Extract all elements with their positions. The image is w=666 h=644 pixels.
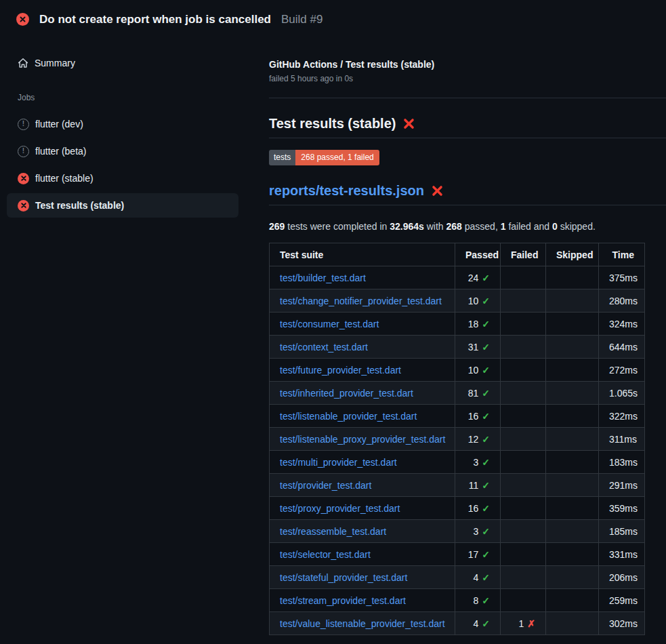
check-icon: ✓ xyxy=(482,388,490,399)
failed-x-icon xyxy=(402,117,415,130)
table-row: test/stateful_provider_test.dart4✓206ms xyxy=(270,566,645,589)
main-content: GitHub Actions / Test results (stable) f… xyxy=(269,39,666,635)
test-suite-link[interactable]: test/selector_test.dart xyxy=(280,549,371,560)
passed-count: 3 xyxy=(473,526,478,537)
failed-cell xyxy=(501,359,546,382)
x-glyph xyxy=(19,16,26,23)
sidebar-jobs: !flutter (dev)!flutter (beta)flutter (st… xyxy=(7,112,238,218)
time-cell: 272ms xyxy=(599,359,645,382)
test-suite-link[interactable]: test/listenable_provider_test.dart xyxy=(280,411,417,422)
table-row: test/context_test.dart31✓644ms xyxy=(270,336,645,359)
check-icon: ✓ xyxy=(482,434,490,445)
passed-cell: 8✓ xyxy=(455,589,501,612)
col-time: Time xyxy=(599,243,645,266)
skipped-cell xyxy=(546,336,599,359)
sidebar-item-label: Summary xyxy=(35,58,75,68)
failed-cell xyxy=(501,566,546,589)
passed-cell: 24✓ xyxy=(455,266,501,289)
test-suite-cell: test/selector_test.dart xyxy=(270,543,455,566)
test-suite-link[interactable]: test/listenable_proxy_provider_test.dart xyxy=(280,434,445,445)
test-suite-link[interactable]: test/proxy_provider_test.dart xyxy=(280,503,400,514)
passed-cell: 81✓ xyxy=(455,382,501,405)
passed-cell: 12✓ xyxy=(455,428,501,451)
table-row: test/consumer_test.dart18✓324ms xyxy=(270,313,645,336)
passed-cell: 18✓ xyxy=(455,313,501,336)
table-row: test/change_notifier_provider_test.dart1… xyxy=(270,289,645,313)
failed-cell xyxy=(501,336,546,359)
sidebar-item-flutter-stable[interactable]: flutter (stable) xyxy=(7,166,238,190)
tests-badge: tests 268 passed, 1 failed xyxy=(269,150,379,165)
test-suite-cell: test/context_test.dart xyxy=(270,336,455,359)
sidebar-item-label: flutter (beta) xyxy=(35,146,86,157)
test-suite-link[interactable]: test/builder_test.dart xyxy=(280,273,366,283)
skipped-cell xyxy=(546,474,599,497)
failed-cell xyxy=(501,520,546,543)
sidebar-item-flutter-beta[interactable]: !flutter (beta) xyxy=(7,139,238,163)
test-suite-link[interactable]: test/value_listenable_provider_test.dart xyxy=(280,618,445,629)
skipped-cell xyxy=(546,289,599,313)
table-row: test/builder_test.dart24✓375ms xyxy=(270,266,645,289)
test-suite-cell: test/value_listenable_provider_test.dart xyxy=(270,612,455,635)
col-passed: Passed xyxy=(455,243,501,266)
time-cell: 311ms xyxy=(599,428,645,451)
test-suite-link[interactable]: test/change_notifier_provider_test.dart xyxy=(280,296,442,306)
sidebar: Summary Jobs !flutter (dev)!flutter (bet… xyxy=(0,39,269,220)
failed-cell xyxy=(501,428,546,451)
test-suite-cell: test/inherited_provider_test.dart xyxy=(270,382,455,405)
passed-count: 8 xyxy=(473,595,478,606)
passed-count: 81 xyxy=(468,388,479,399)
check-icon: ✓ xyxy=(482,549,490,560)
table-row: test/value_listenable_provider_test.dart… xyxy=(270,612,645,635)
neutral-status-icon: ! xyxy=(18,119,29,130)
divider xyxy=(269,205,666,205)
test-suite-link[interactable]: test/inherited_provider_test.dart xyxy=(280,388,413,399)
divider xyxy=(269,138,666,138)
sidebar-item-flutter-dev[interactable]: !flutter (dev) xyxy=(7,112,238,136)
test-suite-link[interactable]: test/context_test.dart xyxy=(280,342,368,353)
divider xyxy=(269,98,666,98)
badge-label: tests xyxy=(269,150,295,165)
col-test-suite: Test suite xyxy=(270,243,455,266)
test-suite-link[interactable]: test/reassemble_test.dart xyxy=(280,526,386,537)
test-suite-link[interactable]: test/stateful_provider_test.dart xyxy=(280,572,407,583)
test-suite-link[interactable]: test/consumer_test.dart xyxy=(280,319,379,329)
test-suite-cell: test/builder_test.dart xyxy=(270,266,455,289)
passed-cell: 10✓ xyxy=(455,289,501,313)
run-header: Do not create report when job is cancell… xyxy=(0,0,666,39)
failed-cell xyxy=(501,405,546,428)
table-row: test/proxy_provider_test.dart16✓359ms xyxy=(270,497,645,520)
check-icon: ✓ xyxy=(482,296,490,306)
passed-cell: 11✓ xyxy=(455,474,501,497)
test-suite-link[interactable]: test/stream_provider_test.dart xyxy=(280,595,406,606)
test-suite-link[interactable]: test/provider_test.dart xyxy=(280,480,371,491)
page-title: Do not create report when job is cancell… xyxy=(39,13,271,26)
run-meta: failed 5 hours ago in 0s xyxy=(269,74,666,83)
test-suite-link[interactable]: test/future_provider_test.dart xyxy=(280,365,401,376)
skipped-cell xyxy=(546,589,599,612)
time-cell: 322ms xyxy=(599,405,645,428)
sidebar-item-summary[interactable]: Summary xyxy=(7,51,238,75)
passed-count: 268 xyxy=(446,221,462,232)
time-cell: 644ms xyxy=(599,336,645,359)
skipped-cell xyxy=(546,428,599,451)
passed-cell: 3✓ xyxy=(455,451,501,474)
skipped-count: 0 xyxy=(552,221,558,232)
total-count: 269 xyxy=(269,221,285,232)
passed-cell: 4✓ xyxy=(455,612,501,635)
jobs-section-label: Jobs xyxy=(7,93,238,102)
check-icon: ✓ xyxy=(482,595,490,606)
report-file-link[interactable]: reports/test-results.json xyxy=(269,183,424,199)
failed-cell xyxy=(501,497,546,520)
check-icon: ✓ xyxy=(482,319,490,329)
check-icon: ✓ xyxy=(482,342,490,353)
table-header-row: Test suite Passed Failed Skipped Time xyxy=(270,243,645,266)
failed-cell xyxy=(501,266,546,289)
time-cell: 302ms xyxy=(599,612,645,635)
passed-cell: 17✓ xyxy=(455,543,501,566)
test-suite-cell: test/stateful_provider_test.dart xyxy=(270,566,455,589)
passed-cell: 16✓ xyxy=(455,405,501,428)
sidebar-item-test-results-stable[interactable]: Test results (stable) xyxy=(7,193,238,218)
test-suite-link[interactable]: test/multi_provider_test.dart xyxy=(280,457,397,468)
passed-cell: 10✓ xyxy=(455,359,501,382)
test-suite-cell: test/consumer_test.dart xyxy=(270,313,455,336)
